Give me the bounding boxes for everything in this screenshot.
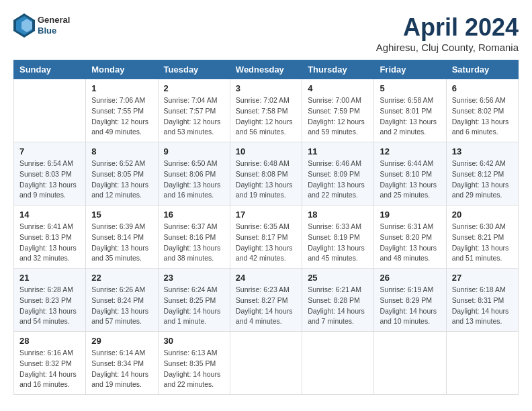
day-number: 29 [91,336,152,346]
day-info: Sunrise: 6:16 AM Sunset: 8:32 PM Dayligh… [19,348,80,390]
day-info: Sunrise: 6:52 AM Sunset: 8:05 PM Dayligh… [91,158,152,201]
day-info: Sunrise: 6:50 AM Sunset: 8:06 PM Dayligh… [164,158,224,201]
header-cell-saturday: Saturday [446,60,518,79]
day-info: Sunrise: 6:44 AM Sunset: 8:10 PM Dayligh… [380,158,440,201]
day-cell: 19Sunrise: 6:31 AM Sunset: 8:20 PM Dayli… [374,205,446,269]
day-number: 17 [236,210,296,220]
day-number: 19 [380,210,440,220]
day-cell: 30Sunrise: 6:13 AM Sunset: 8:35 PM Dayli… [158,332,230,395]
day-info: Sunrise: 6:35 AM Sunset: 8:17 PM Dayligh… [236,222,296,264]
day-number: 24 [236,273,296,283]
day-number: 8 [91,146,152,156]
day-cell: 3Sunrise: 7:02 AM Sunset: 7:58 PM Daylig… [230,79,302,142]
day-info: Sunrise: 6:56 AM Sunset: 8:02 PM Dayligh… [452,95,513,138]
subtitle: Aghiresu, Cluj County, Romania [376,42,519,53]
day-number: 16 [164,210,224,220]
day-number: 5 [380,83,440,93]
day-number: 25 [308,273,368,283]
day-cell: 4Sunrise: 7:00 AM Sunset: 7:59 PM Daylig… [302,79,374,142]
title-block: April 2024 Aghiresu, Cluj County, Romani… [376,13,519,53]
day-info: Sunrise: 7:04 AM Sunset: 7:57 PM Dayligh… [164,95,224,138]
day-number: 21 [19,273,80,283]
day-number: 11 [308,146,368,156]
day-info: Sunrise: 6:48 AM Sunset: 8:08 PM Dayligh… [236,158,296,201]
day-cell: 22Sunrise: 6:26 AM Sunset: 8:24 PM Dayli… [86,269,158,332]
day-cell: 6Sunrise: 6:56 AM Sunset: 8:02 PM Daylig… [446,79,518,142]
calendar-header: SundayMondayTuesdayWednesdayThursdayFrid… [14,60,519,79]
day-info: Sunrise: 7:02 AM Sunset: 7:58 PM Dayligh… [236,95,296,138]
main-title: April 2024 [376,13,519,42]
day-info: Sunrise: 6:14 AM Sunset: 8:34 PM Dayligh… [91,348,152,390]
day-cell: 17Sunrise: 6:35 AM Sunset: 8:17 PM Dayli… [230,205,302,269]
week-row-4: 28Sunrise: 6:16 AM Sunset: 8:32 PM Dayli… [14,332,519,395]
day-number: 12 [380,146,440,156]
day-number: 9 [164,146,224,156]
header-cell-thursday: Thursday [302,60,374,79]
day-number: 23 [164,273,224,283]
day-info: Sunrise: 6:18 AM Sunset: 8:31 PM Dayligh… [452,285,513,327]
day-cell [302,332,374,395]
day-info: Sunrise: 7:00 AM Sunset: 7:59 PM Dayligh… [308,95,368,138]
day-cell [374,332,446,395]
day-cell: 24Sunrise: 6:23 AM Sunset: 8:27 PM Dayli… [230,269,302,332]
day-cell: 1Sunrise: 7:06 AM Sunset: 7:55 PM Daylig… [86,79,158,142]
header-cell-tuesday: Tuesday [158,60,230,79]
day-info: Sunrise: 6:26 AM Sunset: 8:24 PM Dayligh… [91,285,152,327]
day-info: Sunrise: 6:42 AM Sunset: 8:12 PM Dayligh… [452,158,513,201]
day-cell: 14Sunrise: 6:41 AM Sunset: 8:13 PM Dayli… [14,205,86,269]
day-number: 4 [308,83,368,93]
day-number: 30 [164,336,224,346]
day-cell: 27Sunrise: 6:18 AM Sunset: 8:31 PM Dayli… [446,269,518,332]
day-cell: 12Sunrise: 6:44 AM Sunset: 8:10 PM Dayli… [374,142,446,205]
header-cell-wednesday: Wednesday [230,60,302,79]
week-row-2: 14Sunrise: 6:41 AM Sunset: 8:13 PM Dayli… [14,205,519,269]
day-number: 26 [380,273,440,283]
day-number: 1 [91,83,152,93]
logo-text: General Blue [38,15,70,36]
header-row: SundayMondayTuesdayWednesdayThursdayFrid… [14,60,519,79]
day-info: Sunrise: 7:06 AM Sunset: 7:55 PM Dayligh… [91,95,152,138]
day-info: Sunrise: 6:58 AM Sunset: 8:01 PM Dayligh… [380,95,440,138]
day-number: 14 [19,210,80,220]
day-cell [14,79,86,142]
day-info: Sunrise: 6:41 AM Sunset: 8:13 PM Dayligh… [19,222,80,264]
header-cell-friday: Friday [374,60,446,79]
day-info: Sunrise: 6:46 AM Sunset: 8:09 PM Dayligh… [308,158,368,201]
calendar-body: 1Sunrise: 7:06 AM Sunset: 7:55 PM Daylig… [14,79,519,395]
page-header: General Blue April 2024 Aghiresu, Cluj C… [13,13,519,53]
day-info: Sunrise: 6:23 AM Sunset: 8:27 PM Dayligh… [236,285,296,327]
day-info: Sunrise: 6:21 AM Sunset: 8:28 PM Dayligh… [308,285,368,327]
day-cell: 26Sunrise: 6:19 AM Sunset: 8:29 PM Dayli… [374,269,446,332]
day-number: 20 [452,210,513,220]
day-info: Sunrise: 6:28 AM Sunset: 8:23 PM Dayligh… [19,285,80,327]
day-info: Sunrise: 6:13 AM Sunset: 8:35 PM Dayligh… [164,348,224,390]
day-info: Sunrise: 6:31 AM Sunset: 8:20 PM Dayligh… [380,222,440,264]
day-cell: 29Sunrise: 6:14 AM Sunset: 8:34 PM Dayli… [86,332,158,395]
day-number: 28 [19,336,80,346]
day-cell: 13Sunrise: 6:42 AM Sunset: 8:12 PM Dayli… [446,142,518,205]
day-info: Sunrise: 6:24 AM Sunset: 8:25 PM Dayligh… [164,285,224,327]
day-cell: 11Sunrise: 6:46 AM Sunset: 8:09 PM Dayli… [302,142,374,205]
day-cell: 25Sunrise: 6:21 AM Sunset: 8:28 PM Dayli… [302,269,374,332]
day-number: 6 [452,83,513,93]
day-cell: 28Sunrise: 6:16 AM Sunset: 8:32 PM Dayli… [14,332,86,395]
day-cell: 23Sunrise: 6:24 AM Sunset: 8:25 PM Dayli… [158,269,230,332]
day-info: Sunrise: 6:37 AM Sunset: 8:16 PM Dayligh… [164,222,224,264]
day-number: 18 [308,210,368,220]
day-cell: 2Sunrise: 7:04 AM Sunset: 7:57 PM Daylig… [158,79,230,142]
day-cell: 15Sunrise: 6:39 AM Sunset: 8:14 PM Dayli… [86,205,158,269]
day-cell: 10Sunrise: 6:48 AM Sunset: 8:08 PM Dayli… [230,142,302,205]
day-info: Sunrise: 6:39 AM Sunset: 8:14 PM Dayligh… [91,222,152,264]
day-number: 27 [452,273,513,283]
day-cell: 21Sunrise: 6:28 AM Sunset: 8:23 PM Dayli… [14,269,86,332]
day-number: 2 [164,83,224,93]
day-info: Sunrise: 6:54 AM Sunset: 8:03 PM Dayligh… [19,158,80,201]
day-cell: 20Sunrise: 6:30 AM Sunset: 8:21 PM Dayli… [446,205,518,269]
day-number: 13 [452,146,513,156]
day-cell [230,332,302,395]
week-row-1: 7Sunrise: 6:54 AM Sunset: 8:03 PM Daylig… [14,142,519,205]
day-cell: 7Sunrise: 6:54 AM Sunset: 8:03 PM Daylig… [14,142,86,205]
week-row-0: 1Sunrise: 7:06 AM Sunset: 7:55 PM Daylig… [14,79,519,142]
logo-icon [13,13,35,38]
header-cell-sunday: Sunday [14,60,86,79]
